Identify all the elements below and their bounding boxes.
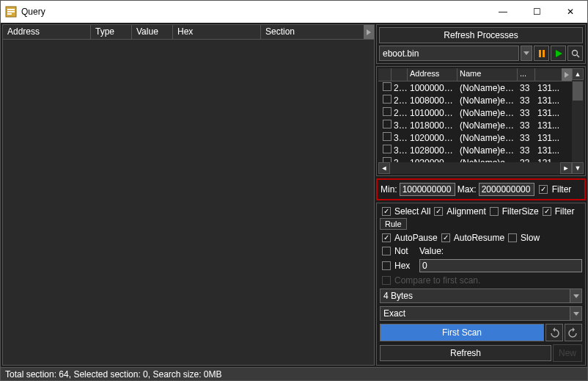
section-idx: 3... — [392, 158, 408, 163]
section-c4: 33 — [518, 145, 535, 156]
process-select-value: eboot.bin — [383, 48, 419, 59]
section-idx: 3... — [392, 120, 408, 131]
section-c5: 131... — [535, 108, 572, 118]
section-row-checkbox[interactable] — [383, 82, 392, 91]
scantype-dropdown[interactable] — [570, 307, 581, 320]
autopause-checkbox[interactable] — [382, 233, 391, 242]
col-type[interactable]: Type — [91, 25, 132, 39]
value-input[interactable] — [419, 259, 582, 272]
filtersize-label: FilterSize — [502, 206, 539, 217]
not-checkbox[interactable] — [382, 247, 391, 255]
vscroll-track[interactable] — [572, 80, 584, 162]
datatype-select[interactable]: 4 Bytes — [380, 289, 582, 303]
process-select[interactable]: eboot.bin — [379, 46, 519, 61]
compare-label: Compare to first scan. — [394, 275, 480, 286]
titlebar: Query — ☐ ✕ — [1, 1, 587, 23]
maximize-button[interactable]: ☐ — [520, 1, 554, 23]
section-row-checkbox[interactable] — [383, 95, 392, 104]
sect-col-4[interactable]: ... — [518, 68, 535, 81]
sections-hscroll[interactable]: ◄ ► — [378, 162, 572, 174]
autoresume-label: AutoResume — [454, 233, 504, 243]
vscroll-down[interactable]: ▼ — [572, 162, 584, 174]
section-row[interactable]: 2...1010000000(NoName)eboo...33131... — [378, 106, 572, 119]
compare-checkbox — [382, 276, 391, 285]
close-button[interactable]: ✕ — [554, 1, 587, 23]
section-address: 1010000000 — [408, 108, 457, 118]
redo-button[interactable] — [565, 324, 582, 341]
refresh-button[interactable]: Refresh — [380, 345, 551, 361]
section-row[interactable]: 2...1000000000(NoName)eboo...33131... — [378, 81, 572, 94]
new-button: New — [553, 344, 582, 362]
sect-col-5[interactable] — [535, 68, 562, 81]
hscroll-left[interactable]: ◄ — [378, 162, 390, 174]
hex-checkbox[interactable] — [382, 261, 391, 270]
process-select-dropdown[interactable] — [521, 46, 532, 61]
window-title: Query — [21, 7, 486, 17]
sect-col-overflow[interactable] — [562, 68, 572, 81]
section-row-checkbox[interactable] — [383, 157, 392, 162]
col-value[interactable]: Value — [132, 25, 173, 39]
filter2-checkbox[interactable] — [543, 207, 551, 216]
section-row[interactable]: 3...1030000000(NoName)eboo...33131... — [378, 156, 572, 162]
sect-col-check[interactable] — [378, 68, 392, 81]
section-row-checkbox[interactable] — [383, 107, 392, 116]
options-panel: Select All Alignment FilterSize Filter R… — [376, 203, 586, 366]
sections-panel: Address Name ... 2...1000000000(NoName)e… — [376, 66, 586, 176]
svg-point-7 — [572, 50, 577, 55]
sect-col-idx[interactable] — [392, 68, 408, 81]
alignment-label: Alignment — [446, 206, 485, 217]
section-row[interactable]: 3...1028000000(NoName)eboo...33131... — [378, 144, 572, 156]
attach-search-button[interactable] — [567, 46, 583, 61]
hscroll-track[interactable] — [390, 162, 560, 174]
alignment-checkbox[interactable] — [434, 207, 443, 216]
rule-button[interactable]: Rule — [380, 218, 407, 230]
results-grid[interactable] — [3, 40, 374, 365]
col-overflow-button[interactable] — [364, 25, 374, 39]
undo-button[interactable] — [545, 324, 563, 341]
select-all-checkbox[interactable] — [382, 207, 391, 216]
first-scan-button[interactable]: First Scan — [380, 324, 544, 341]
statusbar: Total section: 64, Selected section: 0, … — [1, 367, 587, 380]
col-address[interactable]: Address — [3, 25, 91, 39]
play-button[interactable] — [551, 46, 566, 61]
section-c5: 131... — [535, 120, 572, 131]
refresh-processes-button[interactable]: Refresh Processes — [379, 27, 583, 43]
autopause-label: AutoPause — [394, 233, 438, 243]
slow-checkbox[interactable] — [508, 233, 517, 242]
min-input[interactable] — [400, 183, 455, 196]
results-pane: Address Type Value Hex Section — [2, 24, 375, 366]
section-row-checkbox[interactable] — [383, 132, 392, 141]
process-panel: Refresh Processes eboot.bin — [376, 24, 586, 64]
section-row[interactable]: 2...1008000000(NoName)eboo...33131... — [378, 94, 572, 106]
section-name: (NoName)eboo... — [457, 133, 518, 143]
section-row[interactable]: 3...1020000000(NoName)eboo...33131... — [378, 131, 572, 144]
filtersize-checkbox[interactable] — [490, 207, 499, 216]
section-address: 1018000000 — [408, 120, 457, 131]
filter2-label: Filter — [555, 206, 575, 217]
section-c4: 33 — [518, 108, 535, 118]
col-section[interactable]: Section — [261, 25, 374, 39]
datatype-dropdown[interactable] — [570, 289, 581, 302]
max-input[interactable] — [479, 183, 534, 196]
svg-marker-6 — [556, 50, 562, 57]
sect-col-address[interactable]: Address — [408, 68, 457, 81]
section-row-checkbox[interactable] — [383, 120, 392, 128]
section-row[interactable]: 3...1018000000(NoName)eboo...33131... — [378, 119, 572, 131]
section-c4: 33 — [518, 158, 535, 163]
section-c5: 131... — [535, 83, 572, 93]
sections-vscroll[interactable]: ▲ ▼ — [572, 68, 584, 174]
vscroll-up[interactable]: ▲ — [572, 68, 584, 80]
section-row-checkbox[interactable] — [383, 145, 392, 153]
filter-checkbox[interactable] — [539, 185, 548, 194]
autoresume-checkbox[interactable] — [441, 233, 450, 242]
value-label: Value: — [419, 246, 444, 256]
sections-list[interactable]: 2...1000000000(NoName)eboo...33131...2..… — [378, 81, 572, 162]
scantype-select[interactable]: Exact — [380, 306, 582, 321]
section-address: 1000000000 — [408, 83, 457, 93]
svg-rect-2 — [7, 11, 15, 12]
col-hex[interactable]: Hex — [173, 25, 261, 39]
hscroll-right[interactable]: ► — [560, 162, 572, 174]
pause-button[interactable] — [534, 46, 549, 61]
sect-col-name[interactable]: Name — [457, 68, 518, 81]
minimize-button[interactable]: — — [486, 1, 520, 23]
